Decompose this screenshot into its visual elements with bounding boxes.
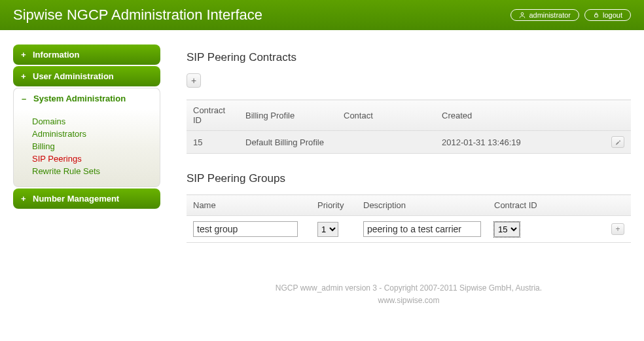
logout-label: logout: [603, 11, 622, 19]
sidebar-link-rewrite[interactable]: Rewrite Rule Sets: [32, 165, 152, 177]
edit-contract-button[interactable]: [611, 136, 624, 148]
footer: NGCP www_admin version 3 - Copyright 200…: [187, 282, 631, 307]
svg-rect-1: [595, 14, 598, 17]
sidebar-label-user-admin: User Administration: [33, 71, 114, 81]
header-actions: administrator logout: [510, 9, 631, 21]
plus-icon: +: [21, 194, 27, 204]
app-title: Sipwise NGCP Administration Interface: [13, 7, 262, 24]
main-content: SIP Peering Contracts + Contract ID Bill…: [187, 45, 631, 307]
sidebar-link-sip-peerings[interactable]: SIP Peerings: [32, 153, 152, 165]
sidebar-submenu: Domains Administrators Billing SIP Peeri…: [13, 109, 160, 187]
contracts-table: Contract ID Billing Profile Contact Crea…: [187, 99, 631, 154]
lock-icon: [593, 12, 599, 18]
groups-table: Name Priority Description Contract ID 1 …: [187, 194, 631, 243]
col-created: Created: [435, 100, 605, 131]
sidebar-item-number-mgmt[interactable]: + Number Management: [13, 188, 160, 209]
container: + Information + User Administration – Sy…: [0, 31, 644, 320]
footer-copyright: NGCP www_admin version 3 - Copyright 200…: [187, 282, 631, 295]
minus-icon: –: [22, 94, 28, 103]
svg-point-0: [522, 12, 524, 15]
sidebar-label-information: Information: [33, 50, 80, 60]
plus-icon: +: [21, 50, 27, 60]
col-contract-id: Contract ID: [488, 195, 605, 216]
col-contact: Contact: [337, 100, 435, 131]
sidebar-link-domains[interactable]: Domains: [32, 115, 152, 128]
col-description: Description: [357, 195, 488, 216]
sidebar-item-user-admin[interactable]: + User Administration: [13, 66, 160, 86]
user-button[interactable]: administrator: [510, 9, 579, 21]
col-billing-profile: Billing Profile: [239, 100, 337, 131]
sidebar-link-administrators[interactable]: Administrators: [32, 128, 152, 140]
plus-icon: +: [615, 225, 620, 233]
add-group-button[interactable]: +: [611, 223, 624, 235]
cell-contact: [337, 131, 435, 154]
group-contract-select[interactable]: 15: [494, 222, 520, 237]
sidebar: + Information + User Administration – Sy…: [13, 45, 160, 307]
cell-billing-profile: Default Billing Profile: [239, 131, 337, 154]
group-priority-select[interactable]: 1: [317, 222, 338, 237]
wrench-icon: [615, 139, 621, 145]
group-description-input[interactable]: [363, 221, 481, 237]
sidebar-item-sys-admin[interactable]: – System Administration: [13, 88, 160, 109]
group-form-row: 1 15 +: [187, 216, 631, 243]
user-icon: [519, 12, 526, 18]
header: Sipwise NGCP Administration Interface ad…: [0, 0, 644, 31]
plus-icon: +: [191, 75, 196, 86]
contracts-title: SIP Peering Contracts: [187, 51, 631, 64]
col-name: Name: [187, 195, 311, 216]
plus-icon: +: [21, 71, 27, 81]
table-row: 15 Default Billing Profile 2012-01-31 13…: [187, 131, 631, 154]
sidebar-item-information[interactable]: + Information: [13, 45, 160, 65]
user-label: administrator: [529, 11, 571, 19]
col-contract-id: Contract ID: [187, 100, 239, 131]
cell-created: 2012-01-31 13:46:19: [435, 131, 605, 154]
col-priority: Priority: [311, 195, 357, 216]
cell-contract-id: 15: [187, 131, 239, 154]
sidebar-label-sys-admin: System Administration: [33, 94, 126, 103]
sidebar-link-billing[interactable]: Billing: [32, 140, 152, 153]
sidebar-label-number-mgmt: Number Management: [33, 194, 119, 204]
logout-button[interactable]: logout: [584, 9, 631, 21]
footer-link[interactable]: www.sipwise.com: [187, 295, 631, 307]
group-name-input[interactable]: [193, 221, 298, 237]
groups-title: SIP Peering Groups: [187, 172, 631, 185]
add-contract-button[interactable]: +: [187, 73, 201, 88]
